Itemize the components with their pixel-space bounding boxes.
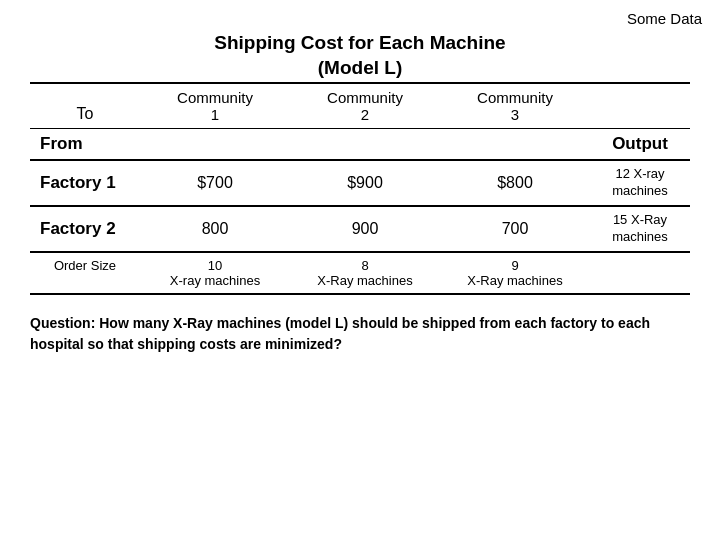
factory1-community1-value: $700	[140, 160, 290, 206]
factory1-community3-value: $800	[440, 160, 590, 206]
table-title: Shipping Cost for Each Machine (Model L)	[30, 31, 690, 80]
factory2-label: Factory 2	[30, 206, 140, 252]
to-label: To	[30, 83, 140, 129]
order-community2-value: 8 X-Ray machines	[290, 252, 440, 294]
community1-header: Community 1	[140, 83, 290, 129]
community3-header: Community 3	[440, 83, 590, 129]
shipping-table: To Community 1 Community 2 Community 3	[30, 82, 690, 295]
community2-header: Community 2	[290, 83, 440, 129]
factory2-community1-value: 800	[140, 206, 290, 252]
page-title: Some Data	[0, 0, 720, 31]
order-community1-value: 10 X-ray machines	[140, 252, 290, 294]
from-label: From	[30, 129, 140, 161]
question-text: Question: How many X-Ray machines (model…	[0, 295, 720, 355]
factory1-output: 12 X-ray machines	[590, 160, 690, 206]
factory2-output: 15 X-Ray machines	[590, 206, 690, 252]
order-size-label: Order Size	[30, 252, 140, 294]
factory2-community3-value: 700	[440, 206, 590, 252]
factory1-label: Factory 1	[30, 160, 140, 206]
factory2-community2-value: 900	[290, 206, 440, 252]
order-community3-value: 9 X-Ray machines	[440, 252, 590, 294]
factory1-community2-value: $900	[290, 160, 440, 206]
output-header-label: Output	[590, 129, 690, 161]
